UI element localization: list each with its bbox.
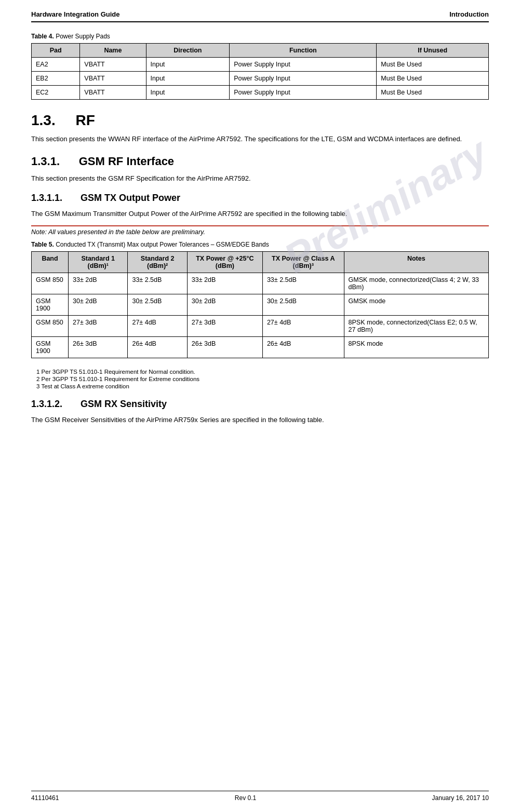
header-right: Introduction <box>449 10 489 18</box>
table5: BandStandard 1 (dBm)¹Standard 2 (dBm)²TX… <box>31 251 489 358</box>
table4: PadNameDirectionFunctionIf Unused EA2VBA… <box>31 43 489 100</box>
page: Preliminary Hardware Integration Guide I… <box>0 0 520 812</box>
section-131-body: This section presents the GSM RF Specifi… <box>31 173 489 184</box>
table5-col-header: TX Power @ +25°C (dBm) <box>187 251 262 273</box>
table-row: GSM 85027± 3dB27± 4dB27± 3dB27± 4dB8PSK … <box>32 315 489 336</box>
section-1312-heading: 1.3.1.2. GSM RX Sensitivity <box>31 399 489 410</box>
table4-col-header: Pad <box>32 44 80 58</box>
footnote: 3 Test at Class A extreme condition <box>36 383 489 389</box>
section-1312-body: The GSM Receiver Sensitivities of the Ai… <box>31 415 489 425</box>
table4-col-header: If Unused <box>377 44 489 58</box>
table5-col-header: Standard 1 (dBm)¹ <box>69 251 128 273</box>
section-1311-body: The GSM Maximum Transmitter Output Power… <box>31 209 489 219</box>
note-line: Note: All values presented in the table … <box>31 225 489 236</box>
section-13-body: This section presents the WWAN RF interf… <box>31 134 489 144</box>
table4-label: Table 4. Power Supply Pads <box>31 33 489 40</box>
header-left: Hardware Integration Guide <box>31 10 119 18</box>
footer-left: 41110461 <box>31 794 59 802</box>
table4-col-header: Name <box>80 44 146 58</box>
footer-center: Rev 0.1 <box>235 794 256 802</box>
footnote: 1 Per 3GPP TS 51.010-1 Requirement for N… <box>36 369 489 375</box>
footnote: 2 Per 3GPP TS 51.010-1 Requirement for E… <box>36 376 489 382</box>
section-1311-heading: 1.3.1.1. GSM TX Output Power <box>31 193 489 204</box>
table5-col-header: Notes <box>344 251 488 273</box>
table-row: EC2VBATTInputPower Supply InputMust Be U… <box>32 86 489 100</box>
section-131-heading: 1.3.1. GSM RF Interface <box>31 155 489 168</box>
page-header: Hardware Integration Guide Introduction <box>31 10 489 22</box>
table4-col-header: Function <box>230 44 377 58</box>
section-13-heading: 1.3. RF <box>31 112 489 129</box>
table-row: EB2VBATTInputPower Supply InputMust Be U… <box>32 72 489 86</box>
table5-col-header: Band <box>32 251 69 273</box>
table5-col-header: Standard 2 (dBm)² <box>128 251 187 273</box>
table5-footnotes: 1 Per 3GPP TS 51.010-1 Requirement for N… <box>31 369 489 389</box>
table5-label: Table 5. Conducted TX (Transmit) Max out… <box>31 241 489 248</box>
table5-col-header: TX Power @ Class A (dBm)³ <box>262 251 344 273</box>
table-row: GSM 190030± 2dB30± 2.5dB30± 2dB30± 2.5dB… <box>32 294 489 315</box>
table-row: EA2VBATTInputPower Supply InputMust Be U… <box>32 58 489 72</box>
table-row: GSM 85033± 2dB33± 2.5dB33± 2dB33± 2.5dBG… <box>32 273 489 294</box>
page-footer: 41110461 Rev 0.1 January 16, 2017 10 <box>31 791 489 802</box>
table4-col-header: Direction <box>146 44 230 58</box>
table-row: GSM 190026± 3dB26± 4dB26± 3dB26± 4dB8PSK… <box>32 336 489 358</box>
footer-right: January 16, 2017 10 <box>432 794 489 802</box>
